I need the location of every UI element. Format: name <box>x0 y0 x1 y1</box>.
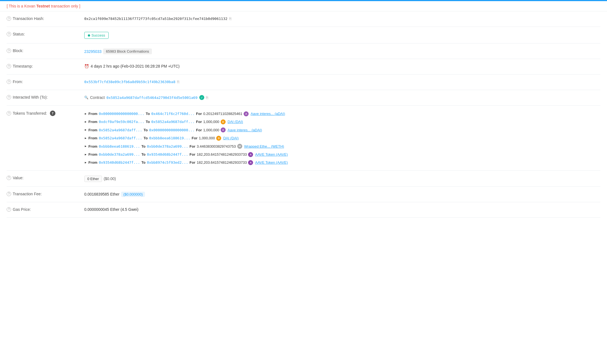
status-value-col: Success <box>84 31 600 39</box>
transfer-to-link[interactable]: 0x464c71f6c2f760d... <box>151 111 195 117</box>
tokens-transferred-label-col: ? Tokens Transferred: 7 <box>7 110 84 116</box>
timestamp-text: 4 days 2 hrs ago (Feb-03-2021 06:28:28 P… <box>91 64 180 68</box>
to-label-tt: To <box>141 151 146 158</box>
block-label: Block: <box>13 48 23 53</box>
transfer-from-link[interactable]: 0xbb0de378a2a699... <box>99 151 140 158</box>
transaction-detail: ? Transaction Hash: 0x2ca1f699e78452b111… <box>0 11 607 218</box>
banner-bracket-close: transaction only ] <box>50 4 80 8</box>
block-row: ? Block: 23295033 65983 Block Confirmati… <box>7 43 600 59</box>
tokens-transferred-help-icon[interactable]: ? <box>7 111 11 116</box>
transfer-from-link[interactable]: 0xbbb8eea6188619... <box>99 143 140 150</box>
token-icon: A <box>248 152 253 157</box>
transfer-to-link[interactable]: 0x0000000000000000... <box>149 127 195 133</box>
tx-fee-value-col: 0.0016839585 Ether ($0.000000) <box>84 191 600 197</box>
transfer-arrow: ► <box>84 136 87 141</box>
from-copy-icon[interactable]: ⎘ <box>177 80 179 84</box>
gas-price-row: ? Gas Price: 0.0000000045 Ether (4.5 Gwe… <box>7 202 600 218</box>
timestamp-help-icon[interactable]: ? <box>7 64 11 68</box>
token-name-link[interactable]: DAI (DAI) <box>228 119 243 125</box>
token-transfer-row: ► From 0x93540d68b2447f... To 0xbb8974c5… <box>84 159 288 166</box>
token-name-link[interactable]: Wrapped Ethe... (WETH) <box>244 143 284 150</box>
token-name-link[interactable]: Aave interes... (aDAI) <box>228 127 262 133</box>
token-transfer-row: ► From 0xbbb8eea6188619... To 0xbb0de378… <box>84 143 284 150</box>
contract-search-icon: 🔍 <box>84 96 88 99</box>
transfer-arrow: ► <box>84 152 87 157</box>
status-text: Success <box>91 33 105 37</box>
transfer-amount: 1,000,000 <box>203 119 219 125</box>
transfer-arrow: ► <box>84 127 87 132</box>
token-transfer-row: ► From 0xbb0de378a2a699... To 0x93540d68… <box>84 151 288 158</box>
value-help-icon[interactable]: ? <box>7 176 11 180</box>
tx-hash-label: Transaction Hash: <box>13 16 44 21</box>
contract-address-link[interactable]: 0x5852a4a9687daffcd5464a2790d3f4d5e5001a… <box>106 96 198 100</box>
transfer-arrow: ► <box>84 119 87 124</box>
tx-hash-help-icon[interactable]: ? <box>7 16 11 21</box>
token-icon: A <box>221 127 226 132</box>
banner-bracket-open: [ This is a Kovan <box>7 4 36 8</box>
value-usd: ($0.00) <box>104 176 116 181</box>
to-label-tt: To <box>141 159 146 166</box>
status-label: Status: <box>13 32 25 36</box>
transfer-amount: 0.20124971102882546​1 <box>203 111 242 117</box>
transfer-from-link[interactable]: 0x5852a4a9687daff... <box>99 135 142 141</box>
from-label-tt: From <box>88 135 98 141</box>
transfer-to-link[interactable]: 0x5852a4a9687daff... <box>151 119 195 125</box>
gas-price-value-col: 0.0000000045 Ether (4.5 Gwei) <box>84 207 600 212</box>
block-help-icon[interactable]: ? <box>7 48 11 53</box>
value-label-col: ? Value: <box>7 175 84 180</box>
from-help-icon[interactable]: ? <box>7 80 11 84</box>
tx-fee-label-col: ? Transaction Fee: <box>7 191 84 196</box>
transfer-from-link[interactable]: 0x5852a4a9687daff... <box>99 127 142 133</box>
from-label-tt: From <box>88 111 98 117</box>
tx-hash-value-col: 0x2ca1f699e78452b11136f772f73fc05cd7a51b… <box>84 16 600 21</box>
verified-icon: ✓ <box>199 95 204 100</box>
token-name-link[interactable]: DAI (DAI) <box>223 135 239 141</box>
transfer-from-link[interactable]: 0xdcf0af9e59c002fa... <box>99 119 144 125</box>
block-number-link[interactable]: 23295033 <box>84 49 101 54</box>
to-label-tt: To <box>144 135 148 141</box>
token-name-link[interactable]: AAVE Token (AAVE) <box>255 159 288 166</box>
from-label-tt: From <box>88 143 98 150</box>
tokens-transferred-label: Tokens Transferred: <box>13 111 47 116</box>
interacted-with-label-col: ? Interacted With (To): <box>7 94 84 99</box>
contract-copy-icon[interactable]: ⎘ <box>206 95 208 100</box>
transfer-from-link[interactable]: 0x93540d68b2447f... <box>99 159 140 166</box>
token-transfer-row: ► From 0xdcf0af9e59c002fa... To 0x5852a4… <box>84 119 243 125</box>
from-label-tt: From <box>88 119 98 125</box>
token-transfer-row: ► From 0x5852a4a9687daff... To 0x0000000… <box>84 127 262 133</box>
tx-fee-label: Transaction Fee: <box>13 192 42 196</box>
tx-hash-row: ? Transaction Hash: 0x2ca1f699e78452b111… <box>7 11 600 27</box>
tokens-transferred-row: ? Tokens Transferred: 7 ► From 0x0000000… <box>7 106 600 171</box>
transfer-amount: 1,000,000 <box>199 135 215 141</box>
token-icon: D <box>221 119 226 124</box>
status-label-col: ? Status: <box>7 31 84 36</box>
token-icon: A <box>244 111 249 116</box>
transfer-to-link[interactable]: 0xbbb8eea6188619... <box>149 135 190 141</box>
from-address-link[interactable]: 0x553bf7cfd38e09c3fb6a8d9b59c1f49b23630b… <box>84 80 175 84</box>
status-help-icon[interactable]: ? <box>7 32 11 36</box>
for-label-tt: For <box>190 159 195 166</box>
transfer-arrow: ► <box>84 144 87 149</box>
tx-fee-help-icon[interactable]: ? <box>7 192 11 196</box>
transfer-to-link[interactable]: 0x93540d68b2447f... <box>147 151 188 158</box>
gas-price-value: 0.0000000045 Ether (4.5 Gwei) <box>84 207 138 212</box>
transfer-to-link[interactable]: 0xbb8974c5f93ed2... <box>147 159 188 166</box>
token-icon: A <box>248 160 253 165</box>
to-label-tt: To <box>146 111 150 117</box>
tx-fee-row: ? Transaction Fee: 0.0016839585 Ether ($… <box>7 187 600 202</box>
token-name-link[interactable]: AAVE Token (AAVE) <box>255 151 288 158</box>
timestamp-value-col: ⏰ 4 days 2 hrs ago (Feb-03-2021 06:28:28… <box>84 63 600 68</box>
for-label-tt: For <box>196 111 202 117</box>
transfer-from-link[interactable]: 0x0000000000000000... <box>99 111 144 117</box>
timestamp-label: Timestamp: <box>13 64 33 68</box>
token-icon: D <box>216 136 221 141</box>
transfer-arrow: ► <box>84 160 87 165</box>
interacted-with-label: Interacted With (To): <box>13 95 48 99</box>
token-name-link[interactable]: Aave interes... (aDAI) <box>251 111 285 117</box>
transfer-to-link[interactable]: 0xbb0de378a2a699... <box>147 143 188 150</box>
gas-price-label: Gas Price: <box>13 207 31 212</box>
tx-hash-label-col: ? Transaction Hash: <box>7 16 84 21</box>
gas-price-help-icon[interactable]: ? <box>7 207 11 212</box>
tx-hash-copy-icon[interactable]: ⎘ <box>229 16 231 21</box>
interacted-with-help-icon[interactable]: ? <box>7 95 11 99</box>
